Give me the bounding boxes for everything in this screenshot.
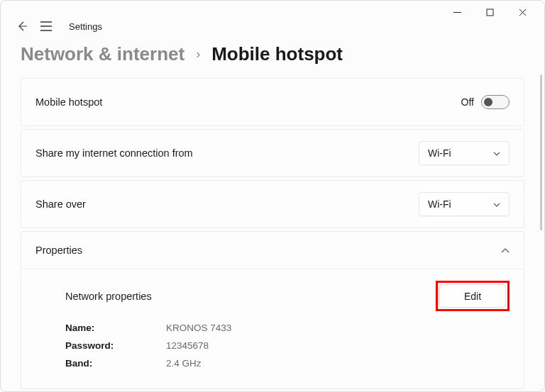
share-over-value: Wi-Fi [428, 198, 451, 210]
hamburger-icon[interactable] [40, 21, 52, 31]
chevron-right-icon: › [196, 47, 200, 62]
properties-title: Properties [35, 245, 82, 256]
svg-rect-1 [487, 9, 493, 16]
property-key: Name: [65, 323, 166, 333]
properties-list: Name: KRONOS 7433 Password: 12345678 Ban… [35, 323, 510, 369]
edit-highlight: Edit [436, 281, 510, 311]
breadcrumb-parent[interactable]: Network & internet [21, 43, 185, 65]
property-name-row: Name: KRONOS 7433 [65, 323, 510, 333]
properties-card: Properties Network properties Edit Name:… [21, 231, 524, 389]
chevron-down-icon [493, 200, 500, 208]
property-band-row: Band: 2.4 GHz [65, 358, 510, 369]
share-over-label: Share over [35, 198, 86, 210]
property-key: Password: [65, 340, 166, 351]
property-key: Band: [65, 358, 166, 369]
hotspot-toggle[interactable] [481, 95, 510, 109]
share-from-label: Share my internet connection from [35, 147, 193, 159]
properties-header[interactable]: Properties [21, 232, 524, 269]
share-from-value: Wi-Fi [428, 147, 451, 159]
close-button[interactable] [506, 2, 539, 22]
share-over-card: Share over Wi-Fi [21, 180, 524, 228]
minimize-button[interactable] [441, 2, 473, 22]
toggle-state-text: Off [461, 96, 474, 108]
edit-button[interactable]: Edit [439, 284, 506, 308]
share-from-card: Share my internet connection from Wi-Fi [21, 129, 524, 177]
scrollbar[interactable] [540, 74, 542, 230]
toggle-knob [484, 98, 492, 106]
maximize-button[interactable] [473, 2, 506, 22]
share-from-select[interactable]: Wi-Fi [419, 141, 510, 165]
property-value: 12345678 [166, 340, 209, 351]
property-value: KRONOS 7433 [166, 323, 231, 333]
breadcrumb: Network & internet › Mobile hotspot [1, 35, 544, 78]
hotspot-label: Mobile hotspot [35, 96, 102, 108]
breadcrumb-current: Mobile hotspot [211, 43, 343, 65]
chevron-up-icon [501, 246, 510, 254]
hotspot-toggle-card: Mobile hotspot Off [21, 78, 524, 126]
property-password-row: Password: 12345678 [65, 340, 510, 351]
network-properties-label: Network properties [65, 291, 152, 302]
share-over-select[interactable]: Wi-Fi [419, 192, 510, 216]
chevron-down-icon [493, 149, 500, 157]
back-button[interactable] [16, 21, 28, 32]
property-value: 2.4 GHz [166, 358, 202, 369]
app-title: Settings [69, 21, 102, 32]
content-area: Mobile hotspot Off Share my internet con… [1, 78, 544, 389]
